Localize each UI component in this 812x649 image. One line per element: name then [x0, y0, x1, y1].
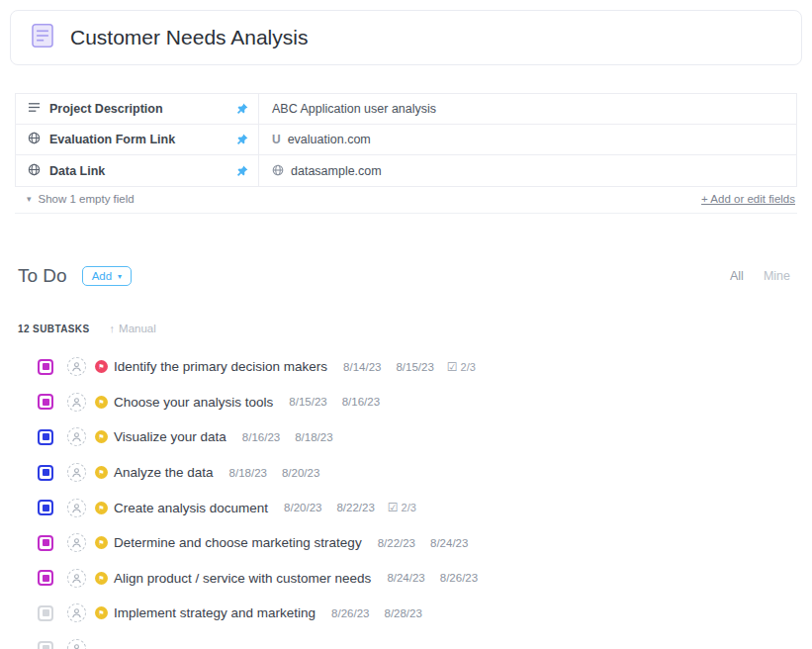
task-due-date[interactable]: 8/20/23: [282, 467, 319, 479]
priority-flag-icon[interactable]: ⚑: [95, 430, 108, 443]
field-value: ABC Application user analysis: [272, 102, 436, 116]
priority-flag-icon[interactable]: ⚑: [95, 572, 108, 585]
task-status-checkbox[interactable]: [38, 641, 53, 649]
task-due-date[interactable]: 8/26/23: [440, 572, 478, 584]
task-name[interactable]: Analyze the data: [114, 465, 214, 480]
assignee-avatar-placeholder[interactable]: [67, 569, 86, 588]
show-empty-fields-toggle[interactable]: ▾ Show 1 empty field: [27, 193, 135, 205]
task-start-date[interactable]: 8/14/23: [343, 361, 381, 373]
task-row[interactable]: ⚑ Identify the primary decision makers 8…: [0, 349, 812, 385]
task-row[interactable]: ⚑ ☑: [0, 631, 812, 649]
person-icon: [71, 503, 82, 513]
assignee-avatar-placeholder[interactable]: [67, 357, 86, 376]
task-row[interactable]: ⚑ Create analysis document 8/20/23 8/22/…: [0, 490, 812, 525]
person-icon: [71, 361, 82, 372]
priority-flag-icon[interactable]: ⚑: [95, 606, 108, 619]
person-icon: [71, 607, 82, 618]
task-row[interactable]: ⚑ Determine and choose marketing strateg…: [0, 525, 812, 561]
task-row[interactable]: ⚑ Align product / service with customer …: [0, 561, 812, 597]
globe-icon: [28, 131, 41, 148]
assignee-avatar-placeholder[interactable]: [67, 533, 86, 552]
pin-icon[interactable]: [236, 165, 248, 177]
pin-icon[interactable]: [236, 103, 248, 115]
filter-all[interactable]: All: [730, 269, 744, 283]
priority-flag-icon[interactable]: ⚑: [95, 536, 108, 549]
task-start-date[interactable]: 8/16/23: [242, 431, 280, 443]
task-row[interactable]: ⚑ Choose your analysis tools 8/15/23 8/1…: [0, 385, 812, 420]
task-start-date[interactable]: 8/22/23: [378, 537, 415, 549]
checklist-checkbox-icon: ☑: [388, 501, 399, 514]
person-icon: [71, 573, 82, 584]
field-label-cell[interactable]: Data Link: [16, 155, 259, 186]
field-label-cell[interactable]: Evaluation Form Link: [16, 125, 259, 154]
checklist-count: 2/3: [461, 361, 476, 373]
fields-footer: ▾ Show 1 empty field + Add or edit field…: [15, 187, 797, 214]
task-row[interactable]: ⚑ Analyze the data 8/18/23 8/20/23 ☑: [0, 455, 812, 491]
task-start-date[interactable]: 8/24/23: [387, 572, 424, 584]
task-status-fill: [43, 433, 49, 440]
task-name[interactable]: Align product / service with customer ne…: [114, 571, 371, 586]
custom-fields-panel: Project Description ABC Application user…: [15, 93, 797, 214]
u-favicon: U: [272, 133, 281, 146]
task-row[interactable]: ⚑ Visualize your data 8/16/23 8/18/23 ☑: [0, 419, 812, 455]
task-name[interactable]: Choose your analysis tools: [114, 395, 273, 410]
subtasks-bar: 12 SUBTASKS ↑ Manual: [18, 323, 812, 334]
assignee-avatar-placeholder[interactable]: [67, 463, 86, 482]
page-title[interactable]: Customer Needs Analysis: [70, 26, 308, 49]
task-status-fill: [43, 575, 49, 582]
priority-flag-icon[interactable]: ⚑: [95, 360, 108, 373]
task-name[interactable]: Visualize your data: [114, 429, 226, 444]
field-value-cell[interactable]: U evaluation.com: [259, 125, 796, 154]
field-value-cell[interactable]: datasample.com: [259, 155, 796, 186]
task-start-date[interactable]: 8/18/23: [229, 467, 267, 479]
task-status-checkbox[interactable]: [38, 570, 53, 586]
priority-flag-icon[interactable]: ⚑: [95, 396, 108, 409]
task-due-date[interactable]: 8/28/23: [384, 607, 421, 619]
task-due-date[interactable]: 8/15/23: [396, 361, 433, 373]
task-start-date[interactable]: 8/26/23: [331, 607, 369, 619]
task-status-checkbox[interactable]: [38, 429, 53, 445]
task-due-date[interactable]: 8/22/23: [336, 502, 374, 513]
assignee-avatar-placeholder[interactable]: [67, 639, 86, 649]
assignee-avatar-placeholder[interactable]: [67, 427, 86, 446]
pin-icon[interactable]: [236, 134, 248, 145]
assignee-avatar-placeholder[interactable]: [67, 393, 86, 412]
task-list: ⚑ Identify the primary decision makers 8…: [0, 349, 812, 649]
task-status-checkbox[interactable]: [38, 394, 53, 410]
globe-icon: [28, 162, 41, 180]
task-due-date[interactable]: 8/16/23: [342, 396, 380, 408]
task-due-date[interactable]: 8/18/23: [295, 431, 332, 443]
task-start-date[interactable]: 8/15/23: [289, 396, 326, 408]
task-status-checkbox[interactable]: [38, 465, 53, 481]
add-or-edit-fields-link[interactable]: + Add or edit fields: [701, 193, 795, 205]
filter-mine[interactable]: Mine: [764, 269, 790, 283]
add-task-button[interactable]: Add ▾: [82, 266, 132, 286]
task-row[interactable]: ⚑ Implement strategy and marketing 8/26/…: [0, 596, 812, 631]
task-status-fill: [43, 469, 49, 476]
add-task-label: Add: [92, 270, 112, 282]
person-icon: [71, 537, 82, 548]
task-name[interactable]: Identify the primary decision makers: [114, 359, 327, 374]
task-name[interactable]: Create analysis document: [114, 501, 268, 515]
task-start-date[interactable]: 8/20/23: [284, 502, 321, 513]
task-status-checkbox[interactable]: [38, 535, 53, 551]
field-label-cell[interactable]: Project Description: [16, 94, 259, 124]
sort-manual-button[interactable]: ↑ Manual: [110, 323, 156, 334]
globe-favicon: [272, 162, 284, 180]
task-status-fill: [43, 399, 49, 406]
priority-flag-icon[interactable]: ⚑: [95, 502, 108, 514]
task-due-date[interactable]: 8/24/23: [430, 537, 468, 549]
task-status-checkbox[interactable]: [38, 500, 53, 515]
person-icon: [71, 467, 82, 478]
task-name[interactable]: Determine and choose marketing strategy: [114, 535, 362, 550]
assignee-avatar-placeholder[interactable]: [67, 499, 86, 517]
checklist-count: 2/3: [402, 502, 416, 513]
assignee-avatar-placeholder[interactable]: [67, 603, 86, 622]
person-icon: [71, 431, 82, 442]
field-value-cell[interactable]: ABC Application user analysis: [259, 94, 796, 124]
task-name[interactable]: Implement strategy and marketing: [114, 605, 316, 620]
task-status-checkbox[interactable]: [38, 359, 53, 375]
checklist-badge: ☑ 2/3: [447, 360, 476, 374]
priority-flag-icon[interactable]: ⚑: [95, 466, 108, 479]
task-status-checkbox[interactable]: [38, 605, 53, 621]
